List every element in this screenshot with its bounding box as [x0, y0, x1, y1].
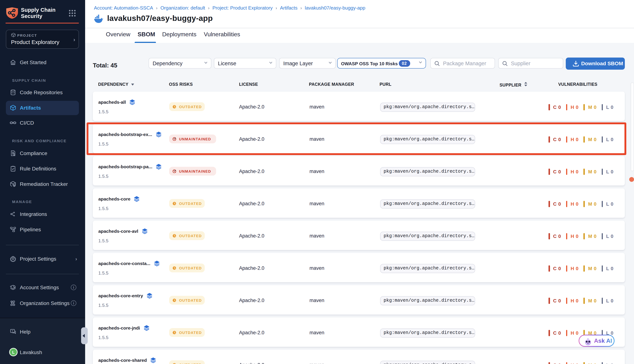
svg-text:?: ? — [12, 330, 13, 332]
